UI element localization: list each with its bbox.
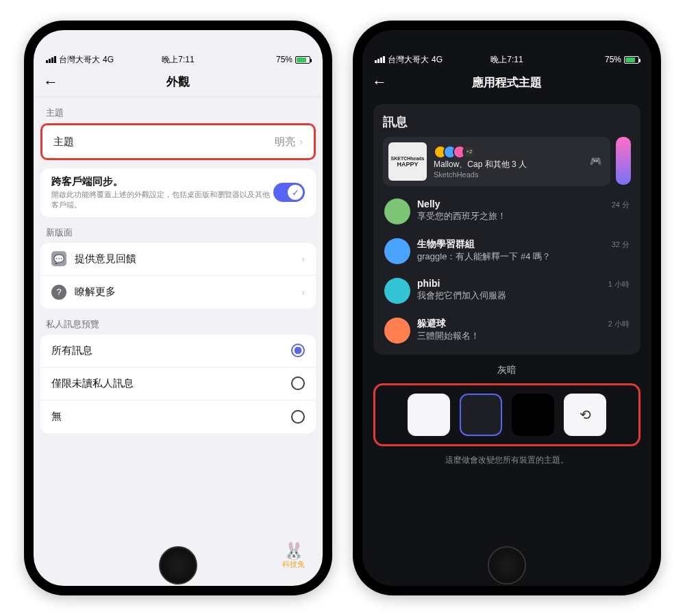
current-theme-label: 灰暗	[373, 364, 640, 376]
chevron-right-icon: ›	[299, 136, 303, 147]
preview-panel: 訊息 SKETCHheads HAPPY	[373, 104, 640, 355]
chat-icon: 💬	[51, 251, 66, 266]
back-button[interactable]: ←	[372, 73, 387, 91]
signal-icon	[46, 56, 56, 63]
section-label-dmpreview: 私人訊息預覽	[34, 309, 323, 335]
theme-option-auto[interactable]: ⟲	[564, 394, 606, 436]
battery-percent: 75%	[605, 55, 621, 64]
panel-title: 訊息	[383, 114, 631, 130]
message-name: 躲避球	[417, 318, 446, 330]
activity-peek[interactable]	[616, 137, 631, 185]
back-button[interactable]: ←	[43, 73, 58, 91]
page-title: 外觀	[34, 74, 323, 90]
activity-title: Mallow、Cap 和其他 3 人	[434, 159, 527, 170]
message-time: 32 分	[612, 240, 630, 250]
sync-desc: 開啟此功能將覆蓋上述的外觀設定，包括桌面版和瀏覽器以及其他客戶端。	[51, 190, 273, 210]
message-name: 生物學習群組	[417, 238, 475, 251]
network-label: 4G	[103, 55, 114, 64]
radio-icon	[291, 376, 305, 390]
rabbit-icon: 🐰	[282, 543, 305, 559]
message-row[interactable]: phibi1 小時我會把它們加入伺服器	[383, 271, 631, 311]
learn-more-row[interactable]: ? 瞭解更多 ›	[40, 276, 316, 309]
screen-app-theme: 台灣大哥大 4G 晚上7:11 75% ← 應用程式主題 訊息	[362, 30, 651, 586]
question-icon: ?	[51, 285, 66, 300]
battery-percent: 75%	[276, 55, 292, 64]
chevron-right-icon: ›	[301, 287, 305, 298]
sync-title: 跨客戶端同步。	[51, 175, 273, 188]
learn-more-label: 瞭解更多	[75, 285, 301, 298]
network-label: 4G	[432, 55, 443, 64]
sync-icon: ⟲	[580, 407, 591, 423]
activity-card[interactable]: SKETCHheads HAPPY +2 Mallow、C	[383, 137, 610, 186]
avatar	[384, 318, 410, 344]
message-row[interactable]: Nelly24 分享受您的西班牙之旅！	[383, 192, 631, 231]
message-time: 2 小時	[608, 319, 630, 329]
gamepad-icon: 🎮	[590, 155, 605, 168]
message-time: 24 分	[612, 200, 630, 210]
battery-icon	[295, 56, 310, 64]
message-text: 我會把它們加入伺服器	[417, 290, 630, 302]
clock-label: 晚上7:11	[162, 54, 194, 66]
chevron-right-icon: ›	[301, 253, 305, 264]
dm-opt-all[interactable]: 所有訊息	[40, 335, 316, 368]
theme-option-dark[interactable]	[460, 394, 502, 436]
clock-label: 晚上7:11	[490, 54, 523, 66]
theme-row-value: 明亮	[275, 136, 295, 149]
message-time: 1 小時	[608, 279, 630, 290]
message-row[interactable]: 躲避球2 小時三體開始報名！	[383, 311, 631, 350]
avatar-overflow-badge: +2	[462, 145, 476, 159]
status-bar: 台灣大哥大 4G 晚上7:11 75%	[34, 52, 323, 67]
activity-subtitle: SketchHeads	[434, 170, 527, 179]
message-name: phibi	[417, 278, 440, 289]
radio-selected-icon	[291, 344, 305, 357]
theme-option-black[interactable]	[512, 394, 554, 436]
feedback-label: 提供意見回饋	[75, 253, 301, 266]
page-title: 應用程式主題	[362, 75, 651, 90]
section-label-newlayout: 新版面	[34, 217, 323, 243]
radio-icon	[291, 410, 305, 424]
signal-icon	[375, 56, 385, 63]
theme-row[interactable]: 主題 明亮 ›	[42, 125, 314, 158]
theme-selector-highlight: ⟲	[373, 383, 640, 446]
sync-toggle[interactable]: ✓	[273, 183, 305, 202]
message-text: graggle：有人能解釋一下 #4 嗎？	[417, 251, 630, 263]
message-text: 三體開始報名！	[417, 330, 630, 342]
message-name: Nelly	[417, 198, 440, 209]
carrier-label: 台灣大哥大	[388, 54, 429, 66]
dm-opt-none[interactable]: 無	[40, 400, 316, 433]
avatar	[384, 198, 410, 224]
screen-appearance: 台灣大哥大 4G 晚上7:11 75% ← 外觀 主題 主題 明亮 ›	[34, 30, 323, 586]
phone-left: 台灣大哥大 4G 晚上7:11 75% ← 外觀 主題 主題 明亮 ›	[24, 21, 332, 595]
nav-header: ← 外觀	[34, 67, 323, 97]
activity-thumb: SKETCHheads HAPPY	[388, 142, 427, 181]
avatar-stack: +2	[434, 145, 527, 159]
sync-row[interactable]: 跨客戶端同步。 開啟此功能將覆蓋上述的外觀設定，包括桌面版和瀏覽器以及其他客戶端…	[40, 168, 316, 217]
nav-header: ← 應用程式主題	[362, 67, 651, 97]
feedback-row[interactable]: 💬 提供意見回饋 ›	[40, 243, 316, 276]
message-row[interactable]: 生物學習群組32 分graggle：有人能解釋一下 #4 嗎？	[383, 231, 631, 271]
phone-right: 台灣大哥大 4G 晚上7:11 75% ← 應用程式主題 訊息	[353, 21, 661, 595]
status-bar: 台灣大哥大 4G 晚上7:11 75%	[362, 52, 651, 67]
watermark: 🐰 科技兔	[282, 543, 305, 569]
carrier-label: 台灣大哥大	[59, 54, 100, 66]
dm-opt-unread[interactable]: 僅限未讀私人訊息	[40, 368, 316, 400]
theme-row-label: 主題	[53, 136, 275, 149]
avatar	[384, 238, 410, 264]
section-label-theme: 主題	[34, 97, 323, 123]
theme-option-light[interactable]	[408, 394, 450, 436]
avatar	[384, 278, 410, 304]
battery-icon	[624, 56, 639, 64]
message-text: 享受您的西班牙之旅！	[417, 210, 630, 222]
footer-note: 這麼做會改變您所有裝置的主題。	[373, 454, 640, 466]
